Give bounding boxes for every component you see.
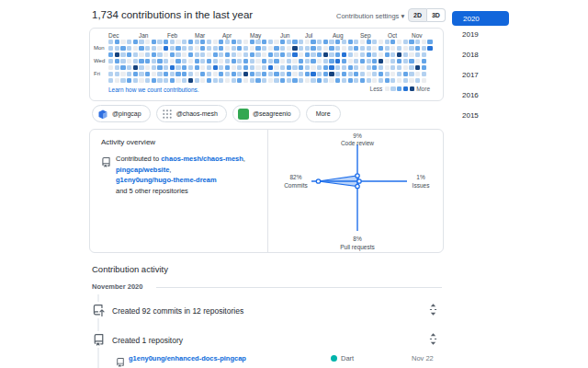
contribution-cell[interactable] xyxy=(108,72,113,76)
contribution-cell[interactable] xyxy=(354,78,358,83)
contribution-cell[interactable] xyxy=(268,52,273,57)
contribution-cell[interactable] xyxy=(108,78,113,83)
contribution-cell[interactable] xyxy=(335,46,340,51)
view-2d-button[interactable]: 2D xyxy=(408,8,427,22)
contribution-cell[interactable] xyxy=(299,40,303,44)
contribution-cell[interactable] xyxy=(120,46,125,51)
contribution-cell[interactable] xyxy=(262,72,266,76)
contribution-cell[interactable] xyxy=(133,59,138,63)
contribution-cell[interactable] xyxy=(305,46,310,51)
contribution-cell[interactable] xyxy=(175,65,180,70)
contribution-cell[interactable] xyxy=(403,46,408,51)
contribution-cell[interactable] xyxy=(219,78,223,83)
contribution-cell[interactable] xyxy=(317,40,322,44)
contribution-cell[interactable] xyxy=(213,40,218,44)
contribution-cell[interactable] xyxy=(120,52,125,57)
contribution-cell[interactable] xyxy=(422,40,426,44)
contribution-cell[interactable] xyxy=(120,72,125,76)
contribution-cell[interactable] xyxy=(274,52,278,57)
contribution-cell[interactable] xyxy=(385,65,390,70)
contribution-cell[interactable] xyxy=(108,40,113,44)
contribution-cell[interactable] xyxy=(182,46,187,51)
contribution-cell[interactable] xyxy=(219,72,223,76)
contribution-cell[interactable] xyxy=(403,72,408,76)
contribution-cell[interactable] xyxy=(225,72,230,76)
contribution-cell[interactable] xyxy=(335,65,340,70)
contribution-cell[interactable] xyxy=(311,59,315,63)
contribution-cell[interactable] xyxy=(397,78,401,83)
contribution-cell[interactable] xyxy=(200,78,205,83)
contribution-cell[interactable] xyxy=(200,72,205,76)
contribution-cell[interactable] xyxy=(175,59,180,63)
contribution-cell[interactable] xyxy=(188,40,193,44)
contribution-cell[interactable] xyxy=(372,78,377,83)
contribution-cell[interactable] xyxy=(354,46,358,51)
contribution-cell[interactable] xyxy=(311,52,315,57)
contribution-cell[interactable] xyxy=(164,78,168,83)
contribution-cell[interactable] xyxy=(237,78,242,83)
contribution-cell[interactable] xyxy=(348,72,353,76)
contribution-cell[interactable] xyxy=(305,78,310,83)
contribution-cell[interactable] xyxy=(225,59,230,63)
contribution-cell[interactable] xyxy=(262,59,266,63)
contribution-cell[interactable] xyxy=(225,78,230,83)
contribution-cell[interactable] xyxy=(133,40,138,44)
contribution-cell[interactable] xyxy=(225,65,230,70)
contribution-cell[interactable] xyxy=(311,40,315,44)
contribution-cell[interactable] xyxy=(299,65,303,70)
contribution-cell[interactable] xyxy=(422,46,426,51)
contribution-cell[interactable] xyxy=(360,52,365,57)
contribution-cell[interactable] xyxy=(250,65,254,70)
contribution-cell[interactable] xyxy=(188,59,193,63)
contribution-cell[interactable] xyxy=(390,52,395,57)
contribution-cell[interactable] xyxy=(390,59,395,63)
contribution-cell[interactable] xyxy=(329,65,334,70)
contribution-cell[interactable] xyxy=(145,46,150,51)
contribution-cell[interactable] xyxy=(372,59,377,63)
contribution-cell[interactable] xyxy=(250,40,254,44)
contribution-cell[interactable] xyxy=(385,72,390,76)
contribution-cell[interactable] xyxy=(120,40,125,44)
contribution-cell[interactable] xyxy=(311,46,315,51)
contribution-cell[interactable] xyxy=(367,59,371,63)
contribution-cell[interactable] xyxy=(200,40,205,44)
contribution-cell[interactable] xyxy=(200,59,205,63)
contribution-cell[interactable] xyxy=(115,52,119,57)
contribution-cell[interactable] xyxy=(232,52,236,57)
contribution-cell[interactable] xyxy=(342,52,346,57)
contribution-cell[interactable] xyxy=(397,65,401,70)
created-repo-link[interactable]: g1eny0ung/enhanced-docs-pingcap xyxy=(129,354,246,362)
contribution-cell[interactable] xyxy=(422,52,426,57)
contribution-cell[interactable] xyxy=(360,40,365,44)
contribution-cell[interactable] xyxy=(268,46,273,51)
contribution-cell[interactable] xyxy=(415,78,420,83)
contribution-cell[interactable] xyxy=(415,40,420,44)
contribution-cell[interactable] xyxy=(207,52,211,57)
contribution-cell[interactable] xyxy=(145,59,150,63)
contribution-cell[interactable] xyxy=(415,46,420,51)
contribution-cell[interactable] xyxy=(219,52,223,57)
contribution-cell[interactable] xyxy=(219,46,223,51)
contribution-cell[interactable] xyxy=(360,46,365,51)
contribution-cell[interactable] xyxy=(280,46,285,51)
contribution-cell[interactable] xyxy=(207,72,211,76)
contribution-cell[interactable] xyxy=(390,65,395,70)
contribution-cell[interactable] xyxy=(287,52,291,57)
repo-link-pingcap-website[interactable]: pingcap/website xyxy=(116,166,169,174)
contribution-cell[interactable] xyxy=(379,65,383,70)
contribution-cell[interactable] xyxy=(213,52,218,57)
contribution-cell[interactable] xyxy=(403,65,408,70)
contribution-cell[interactable] xyxy=(133,46,138,51)
contribution-cell[interactable] xyxy=(427,40,432,44)
contribution-cell[interactable] xyxy=(213,59,218,63)
contribution-cell[interactable] xyxy=(115,65,119,70)
contribution-cell[interactable] xyxy=(145,72,150,76)
contribution-cell[interactable] xyxy=(232,40,236,44)
contribution-cell[interactable] xyxy=(157,52,162,57)
year-link-2019[interactable]: 2019 xyxy=(462,30,479,39)
contribution-cell[interactable] xyxy=(317,59,322,63)
contribution-cell[interactable] xyxy=(329,52,334,57)
contribution-cell[interactable] xyxy=(200,46,205,51)
contribution-cell[interactable] xyxy=(409,78,413,83)
contribution-cell[interactable] xyxy=(323,46,328,51)
